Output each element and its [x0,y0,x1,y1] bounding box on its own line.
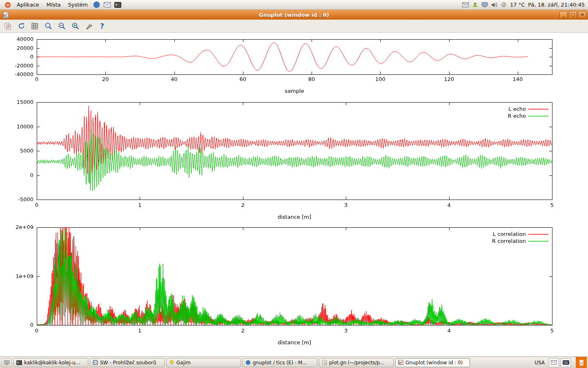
taskbar: kaklik@kaklik-kolej-u... SW - Prohlížeč … [0,357,588,368]
clock-label[interactable]: Pá, 18. září, 21:40:45 [528,2,585,8]
mail-notifier-icon[interactable] [549,358,559,367]
zoom-previous-icon[interactable] [43,21,53,31]
ubuntu-logo-icon[interactable] [3,0,13,9]
mail-icon[interactable] [102,0,112,9]
taskbar-item-firefox[interactable]: gnuplot / tics (E) - M... [243,358,317,367]
taskbar-item-editor[interactable]: plot.gn (~/projects/p... [319,358,394,367]
window-titlebar[interactable]: Gnuplot (window id : 0) _ □ × [0,10,588,20]
taskbar-item-label: kaklik@kaklik-kolej-u... [24,360,80,366]
taskbar-item-gajim[interactable]: Gajim [166,358,241,367]
keyboard-tray-icon[interactable] [561,358,571,367]
desktop: Aplikace Místa Systém [0,0,588,368]
gnuplot-canvas[interactable] [0,33,588,357]
window-controls: _ □ × [559,11,586,18]
system-tray: 17 °C Pá, 18. září, 21:40:45 [462,2,586,8]
taskbar-item-label: plot.gn (~/projects/p... [329,360,385,366]
taskbar-item-label: SW - Prohlížeč souborů [100,360,156,366]
keyboard-layout-indicator[interactable]: USA [532,360,547,366]
taskbar-item-file-browser[interactable]: SW - Prohlížeč souborů [90,358,165,367]
temperature-label[interactable]: 17 °C [510,2,525,8]
display-tray-icon[interactable] [481,2,488,8]
menu-system[interactable]: Systém [64,1,91,9]
firefox-icon[interactable] [92,0,102,9]
gnuplot-toolbar: ? [0,20,588,33]
terminal-icon[interactable] [113,0,123,9]
taskbar-item-label: gnuplot / tics (E) - M... [253,360,307,366]
taskbar-item-label: Gnuplot (window id : 0) [405,360,463,366]
user-tray-icon[interactable] [472,2,478,8]
autoscale-icon[interactable] [70,21,80,31]
taskbar-item-terminal[interactable]: kaklik@kaklik-kolej-u... [13,358,88,367]
menu-places[interactable]: Místa [43,1,65,9]
grid-icon[interactable] [29,21,40,31]
top-panel: Aplikace Místa Systém [0,0,588,10]
zoom-next-icon[interactable] [56,21,67,31]
close-button[interactable]: × [578,11,586,18]
help-glyph: ? [100,22,104,30]
mail-tray-icon[interactable] [462,2,469,7]
copy-icon[interactable] [2,21,13,31]
taskbar-item-gnuplot[interactable]: Gnuplot (window id : 0) [395,358,470,367]
window-title: Gnuplot (window id : 0) [0,12,588,18]
maximize-button[interactable]: □ [569,11,577,18]
plot-area [0,33,588,357]
show-desktop-button[interactable] [1,358,12,367]
minimize-button[interactable]: _ [559,11,568,18]
help-icon[interactable]: ? [97,21,107,31]
taskbar-item-label: Gajim [176,360,191,366]
menu-applications[interactable]: Aplikace [13,1,43,9]
gnuplot-window-icon [2,11,9,18]
volume-tray-icon[interactable] [491,2,497,8]
weather-icon[interactable] [501,2,507,8]
settings-icon[interactable] [83,21,94,31]
trash-icon[interactable] [576,357,587,368]
replot-icon[interactable] [16,21,27,31]
